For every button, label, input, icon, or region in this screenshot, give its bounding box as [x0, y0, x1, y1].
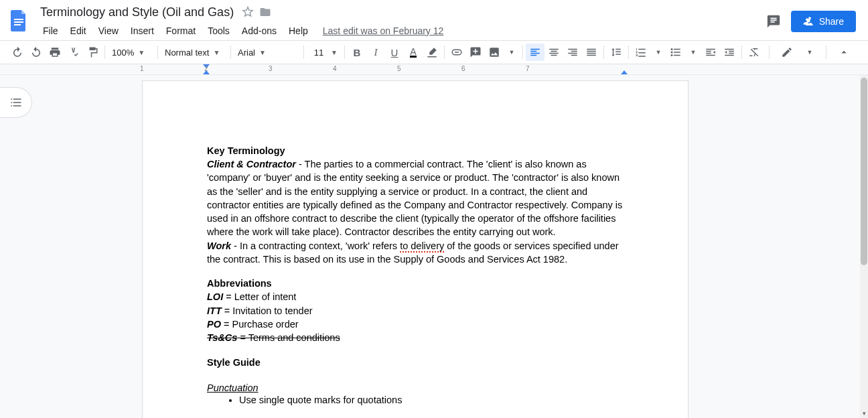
insert-link-icon[interactable] — [447, 44, 466, 61]
menu-edit[interactable]: Edit — [65, 23, 92, 39]
document-title[interactable]: Terminology and Style (Oil and Gas) — [38, 4, 236, 21]
text-color-icon[interactable]: A — [404, 44, 423, 61]
numbered-list-icon[interactable] — [632, 44, 650, 61]
share-label: Share — [819, 16, 844, 27]
bulleted-list-caret[interactable]: ▼ — [685, 44, 701, 61]
undo-icon[interactable] — [8, 44, 27, 61]
abbr-itt: ITT = Invitation to tender — [207, 304, 624, 318]
title-area: Terminology and Style (Oil and Gas) File… — [32, 3, 766, 40]
bullet-item: Use single quote marks for quotations — [239, 395, 624, 405]
heading-key-terminology: Key Terminology — [207, 145, 624, 156]
insert-image-icon[interactable] — [485, 44, 504, 61]
svg-point-4 — [671, 48, 673, 50]
svg-rect-2 — [14, 24, 21, 25]
vertical-scrollbar[interactable]: ▴ ▾ — [860, 75, 868, 418]
bulleted-list-icon[interactable] — [666, 44, 685, 61]
svg-point-6 — [671, 54, 673, 56]
svg-point-5 — [671, 52, 673, 54]
horizontal-ruler[interactable]: 1 2 3 4 5 6 7 — [0, 64, 868, 75]
menu-addons[interactable]: Add-ons — [236, 23, 282, 39]
scroll-down-icon[interactable]: ▾ — [860, 410, 868, 418]
header-bar: Terminology and Style (Oil and Gas) File… — [0, 0, 868, 40]
spellcheck-icon[interactable] — [64, 44, 83, 61]
heading-style-guide: Style Guide — [207, 357, 624, 368]
abbr-loi: LOI = Letter of intent — [207, 290, 624, 303]
align-justify-icon[interactable] — [582, 44, 601, 61]
line-spacing-icon[interactable] — [607, 44, 626, 61]
subheading-punctuation: Punctuation — [207, 381, 624, 395]
scrollbar-thumb[interactable] — [861, 78, 867, 265]
menu-insert[interactable]: Insert — [125, 23, 159, 39]
paragraph-client-contractor: Client & Contractor - The parties to a c… — [207, 157, 624, 239]
document-page[interactable]: Key Terminology Client & Contractor - Th… — [142, 80, 689, 418]
menu-tools[interactable]: Tools — [202, 23, 235, 39]
align-right-icon[interactable] — [563, 44, 582, 61]
menubar: File Edit View Insert Format Tools Add-o… — [38, 21, 766, 40]
docs-home-icon[interactable] — [5, 3, 32, 38]
svg-rect-0 — [14, 19, 23, 20]
highlight-color-icon[interactable] — [423, 44, 441, 61]
print-icon[interactable] — [46, 44, 64, 61]
paint-format-icon[interactable] — [83, 44, 102, 61]
indent-icon[interactable] — [720, 44, 739, 61]
heading-abbreviations: Abbreviations — [207, 278, 624, 289]
folder-move-icon[interactable] — [259, 6, 271, 18]
svg-rect-1 — [14, 21, 23, 23]
bold-icon[interactable]: B — [348, 44, 366, 61]
clear-formatting-icon[interactable] — [745, 44, 764, 61]
editing-mode-icon[interactable] — [778, 44, 796, 61]
menu-format[interactable]: Format — [161, 23, 201, 39]
align-center-icon[interactable] — [545, 44, 563, 61]
numbered-list-caret[interactable]: ▼ — [650, 44, 666, 61]
menu-file[interactable]: File — [38, 23, 64, 39]
font-size-select[interactable]: 11▼ — [307, 44, 342, 61]
align-left-icon[interactable] — [526, 44, 545, 61]
zoom-select[interactable]: 100%▼ — [108, 44, 155, 61]
editing-mode-caret[interactable]: ▼ — [802, 44, 818, 61]
abbr-tscs: Ts&Cs = Terms and conditions — [207, 331, 624, 344]
insert-comment-icon[interactable] — [466, 44, 485, 61]
share-button[interactable]: Share — [791, 11, 856, 32]
menu-view[interactable]: View — [93, 23, 124, 39]
insert-image-caret[interactable]: ▼ — [504, 44, 520, 61]
svg-point-3 — [806, 18, 808, 21]
star-icon[interactable] — [242, 6, 254, 18]
outdent-icon[interactable] — [701, 44, 720, 61]
font-family-select[interactable]: Arial▼ — [234, 44, 301, 61]
redo-icon[interactable] — [27, 44, 46, 61]
paragraph-work: Work - In a contracting context, 'work' … — [207, 239, 624, 267]
collapse-toolbar-icon[interactable] — [835, 44, 853, 61]
italic-icon[interactable]: I — [366, 44, 385, 61]
comment-history-icon[interactable] — [766, 13, 782, 29]
underline-icon[interactable]: U — [385, 44, 404, 61]
last-edit-link[interactable]: Last edit was on February 12 — [323, 25, 444, 36]
paragraph-style-select[interactable]: Normal text▼ — [161, 44, 228, 61]
menu-help[interactable]: Help — [283, 23, 313, 39]
document-outline-toggle[interactable] — [0, 87, 32, 118]
bullet-list: Use single quote marks for quotations — [207, 395, 624, 405]
editor-workspace: Key Terminology Client & Contractor - Th… — [0, 75, 868, 418]
abbr-po: PO = Purchase order — [207, 318, 624, 331]
toolbar: 100%▼ Normal text▼ Arial▼ 11▼ B I U A ▼ … — [0, 40, 868, 64]
